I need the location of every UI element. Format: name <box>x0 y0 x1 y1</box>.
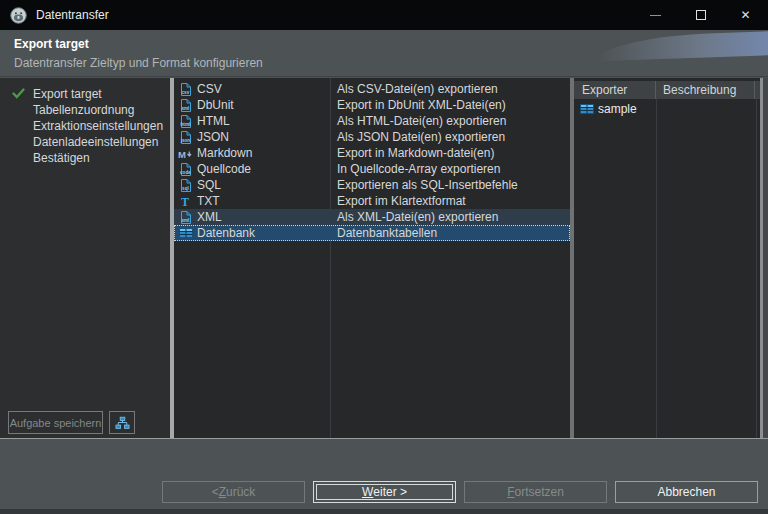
svg-text:html: html <box>181 122 191 127</box>
wizard-step[interactable]: Extraktionseinstellungen <box>0 118 170 134</box>
wizard-step-label: Datenladeeinstellungen <box>33 135 158 149</box>
format-name: TXT <box>197 194 220 208</box>
button-label-accel: Z <box>219 485 226 499</box>
wizard-step[interactable]: Export target <box>0 86 170 102</box>
format-row[interactable]: codeQuellcodeIn Quellcode-Array exportie… <box>174 161 570 177</box>
format-name: HTML <box>197 114 230 128</box>
txt-icon: T <box>178 195 193 208</box>
banner-swoosh <box>596 31 768 62</box>
exporter-table-header: Exporter Beschreibung <box>574 81 760 99</box>
format-row[interactable]: jsonJSONAls JSON Datei(en) exportieren <box>174 129 570 145</box>
back-button[interactable]: < Zurück <box>162 481 305 503</box>
exporter-name: sample <box>598 102 637 116</box>
format-description: In Quellcode-Array exportieren <box>330 162 500 176</box>
window-bottom-edge <box>0 509 768 514</box>
html-file-icon: html <box>178 115 193 128</box>
database-table-icon <box>579 103 594 115</box>
format-row[interactable]: TTXTExport im Klartextformat <box>174 193 570 209</box>
format-description: Datenbanktabellen <box>330 226 437 240</box>
format-description: Exportieren als SQL-Insertbefehle <box>330 178 518 192</box>
wizard-header: Export target Datentransfer Zieltyp und … <box>0 30 768 77</box>
task-tree-icon <box>115 416 130 430</box>
dbeaver-logo-icon <box>10 7 27 24</box>
proceed-button[interactable]: Fortsetzen <box>464 481 607 503</box>
maximize-icon <box>696 10 706 20</box>
format-name: DbUnit <box>197 98 234 112</box>
format-description: Als JSON Datei(en) exportieren <box>330 130 505 144</box>
code-file-icon: code <box>178 163 193 176</box>
maximize-button[interactable] <box>678 0 723 30</box>
button-label-accel: F <box>507 485 514 499</box>
check-icon <box>12 88 25 99</box>
window-controls: ✕ <box>633 0 768 30</box>
cancel-button[interactable]: Abbrechen <box>615 481 758 503</box>
format-description: Export in DbUnit XML-Datei(en) <box>330 98 506 112</box>
exporter-row[interactable]: sample <box>574 101 760 117</box>
format-row[interactable]: DatenbankDatenbanktabellen <box>174 225 570 241</box>
svg-text:T: T <box>181 195 189 208</box>
page-title: Export target <box>14 37 89 51</box>
format-name: Datenbank <box>197 226 255 240</box>
json-file-icon: json <box>178 131 193 144</box>
xml-file-icon: xml <box>178 99 193 112</box>
column-header-exporter[interactable]: Exporter <box>574 81 656 99</box>
next-button[interactable]: Weiter > <box>313 481 456 503</box>
format-description: Als HTML-Datei(en) exportieren <box>330 114 506 128</box>
format-row[interactable]: xmlDbUnitExport in DbUnit XML-Datei(en) <box>174 97 570 113</box>
minimize-button[interactable] <box>633 0 678 30</box>
wizard-step[interactable]: Bestätigen <box>0 150 170 166</box>
format-name: JSON <box>197 130 229 144</box>
format-name: CSV <box>197 82 222 96</box>
format-row[interactable]: xmlXMLAls XML-Datei(en) exportieren <box>174 209 570 225</box>
wizard-step[interactable]: Datenladeeinstellungen <box>0 134 170 150</box>
window-edge <box>760 78 768 438</box>
format-row[interactable]: sqlSQLExportieren als SQL-Insertbefehle <box>174 177 570 193</box>
format-name: XML <box>197 210 222 224</box>
svg-text:code: code <box>180 170 191 175</box>
sql-file-icon: sql <box>178 179 193 192</box>
format-row[interactable]: MMarkdownExport in Markdown-datei(en) <box>174 145 570 161</box>
task-tree-button[interactable] <box>109 411 135 434</box>
table-gridline <box>656 99 657 438</box>
database-table-icon <box>178 227 193 239</box>
xml-file-icon: xml <box>178 211 193 224</box>
window-title: Datentransfer <box>36 8 109 22</box>
format-description: Export im Klartextformat <box>330 194 466 208</box>
datatransfer-dialog: Datentransfer ✕ Export target Datentrans… <box>0 0 768 514</box>
button-label-accel: W <box>362 485 373 499</box>
exporter-rows: sample <box>574 101 760 117</box>
format-list: csvCSVAls CSV-Datei(en) exportierenxmlDb… <box>174 78 570 438</box>
page-subtitle: Datentransfer Zieltyp und Format konfigu… <box>14 56 263 70</box>
format-name: Markdown <box>197 146 252 160</box>
titlebar[interactable]: Datentransfer ✕ <box>0 0 768 30</box>
button-label-post: eiter > <box>373 485 407 499</box>
csv-file-icon: csv <box>178 83 193 96</box>
format-name: SQL <box>197 178 221 192</box>
format-row[interactable]: htmlHTMLAls HTML-Datei(en) exportieren <box>174 113 570 129</box>
footer: < ZurückWeiter >FortsetzenAbbrechen <box>0 438 768 514</box>
wizard-step-label: Tabellenzuordnung <box>33 103 134 117</box>
svg-text:json: json <box>180 138 191 143</box>
wizard-steps: Export targetTabellenzuordnungExtraktion… <box>0 78 170 166</box>
svg-text:sql: sql <box>182 186 189 191</box>
button-label-post: urück <box>226 485 255 499</box>
close-icon: ✕ <box>740 9 750 21</box>
svg-text:xml: xml <box>181 218 189 223</box>
format-description: Als XML-Datei(en) exportieren <box>330 210 498 224</box>
wizard-step[interactable]: Tabellenzuordnung <box>0 102 170 118</box>
format-description: Export in Markdown-datei(en) <box>330 146 494 160</box>
column-header-beschreibung[interactable]: Beschreibung <box>656 81 755 99</box>
wizard-sidebar: Export targetTabellenzuordnungExtraktion… <box>0 78 170 438</box>
format-rows: csvCSVAls CSV-Datei(en) exportierenxmlDb… <box>174 78 570 241</box>
format-row[interactable]: csvCSVAls CSV-Datei(en) exportieren <box>174 81 570 97</box>
button-label-post: Abbrechen <box>657 485 715 499</box>
format-name: Quellcode <box>197 162 251 176</box>
format-description: Als CSV-Datei(en) exportieren <box>330 82 498 96</box>
markdown-icon: M <box>178 147 193 160</box>
save-task-button[interactable]: Aufgabe speichern <box>8 411 103 434</box>
svg-text:M: M <box>178 148 186 159</box>
button-label-post: ortsetzen <box>514 485 563 499</box>
svg-text:xml: xml <box>181 106 189 111</box>
exporter-table: Exporter Beschreibung sample <box>574 78 760 438</box>
close-button[interactable]: ✕ <box>723 0 768 30</box>
